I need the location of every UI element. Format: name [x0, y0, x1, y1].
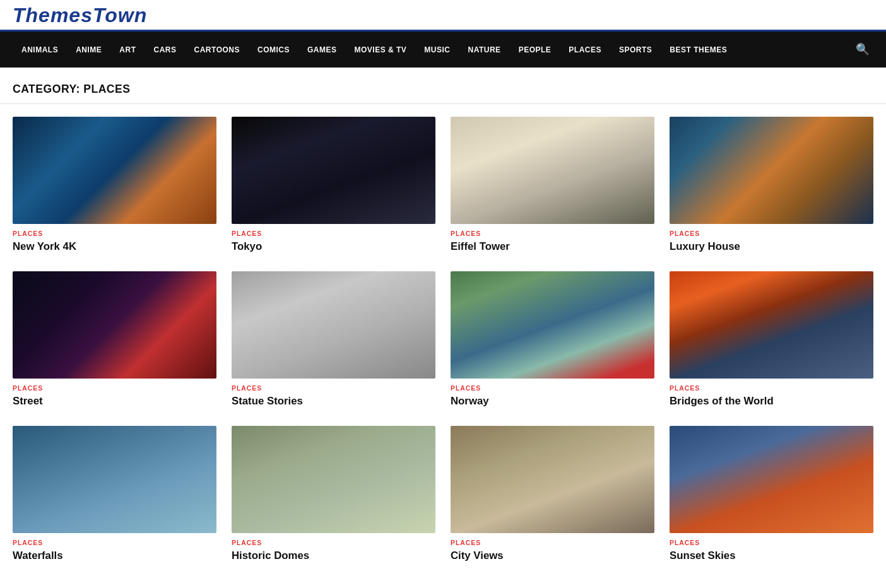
- card-title-luxury: Luxury House: [670, 240, 873, 254]
- nav-item-sports[interactable]: SPORTS: [610, 34, 661, 66]
- card-category-eiffel: PLACES: [451, 230, 654, 237]
- card-title-bridges: Bridges of the World: [670, 394, 873, 408]
- nav-item-movies---tv[interactable]: MOVIES & TV: [346, 34, 416, 66]
- card-title-dome: Historic Domes: [232, 549, 435, 563]
- card-image-bridges: [670, 271, 873, 379]
- card-title-ny: New York 4K: [13, 240, 216, 254]
- card-title-street: Street: [13, 394, 216, 408]
- card-sunset[interactable]: PLACESSunset Skies: [670, 426, 873, 563]
- top-bar: ThemesTown: [0, 0, 886, 32]
- card-category-ny: PLACES: [13, 230, 216, 237]
- card-category-dome: PLACES: [232, 539, 435, 546]
- card-category-sunset: PLACES: [670, 539, 873, 546]
- nav-item-animals[interactable]: ANIMALS: [13, 34, 67, 66]
- site-logo[interactable]: ThemesTown: [13, 4, 873, 27]
- card-dome[interactable]: PLACESHistoric Domes: [232, 426, 435, 563]
- card-tokyo[interactable]: PLACESTokyo: [232, 117, 435, 254]
- card-title-statue: Statue Stories: [232, 394, 435, 408]
- card-category-tokyo: PLACES: [232, 230, 435, 237]
- card-image-waterfall: [13, 426, 216, 533]
- search-icon[interactable]: 🔍: [852, 32, 873, 68]
- nav-item-nature[interactable]: NATURE: [459, 34, 510, 66]
- card-street[interactable]: PLACESStreet: [13, 271, 216, 408]
- card-image-sunset: [670, 426, 873, 533]
- card-image-dome: [232, 426, 435, 533]
- card-category-cityscape: PLACES: [451, 539, 654, 546]
- card-title-norway: Norway: [451, 394, 654, 408]
- cards-grid: PLACESNew York 4KPLACESTokyoPLACESEiffel…: [0, 117, 886, 581]
- card-bridges[interactable]: PLACESBridges of the World: [670, 271, 873, 408]
- nav-item-people[interactable]: PEOPLE: [510, 34, 560, 66]
- card-image-street: [13, 271, 216, 379]
- card-category-bridges: PLACES: [670, 385, 873, 392]
- card-title-eiffel: Eiffel Tower: [451, 240, 654, 254]
- card-title-tokyo: Tokyo: [232, 240, 435, 254]
- nav-item-comics[interactable]: COMICS: [249, 34, 298, 66]
- card-luxury[interactable]: PLACESLuxury House: [670, 117, 873, 254]
- card-title-sunset: Sunset Skies: [670, 549, 873, 563]
- card-category-statue: PLACES: [232, 385, 435, 392]
- card-category-luxury: PLACES: [670, 230, 873, 237]
- card-image-luxury: [670, 117, 873, 224]
- card-category-street: PLACES: [13, 385, 216, 392]
- card-title-cityscape: City Views: [451, 549, 654, 563]
- card-image-ny: [13, 117, 216, 224]
- nav-item-cartoons[interactable]: CARTOONS: [186, 34, 249, 66]
- card-norway[interactable]: PLACESNorway: [451, 271, 654, 408]
- nav-item-anime[interactable]: ANIME: [67, 34, 110, 66]
- card-waterfall[interactable]: PLACESWaterfalls: [13, 426, 216, 563]
- nav-item-art[interactable]: ART: [110, 34, 145, 66]
- card-cityscape[interactable]: PLACESCity Views: [451, 426, 654, 563]
- card-category-norway: PLACES: [451, 385, 654, 392]
- nav-item-music[interactable]: MUSIC: [415, 34, 459, 66]
- card-image-norway: [451, 271, 654, 379]
- nav-item-best-themes[interactable]: BEST THEMES: [661, 34, 736, 66]
- card-image-eiffel: [451, 117, 654, 224]
- main-nav: ANIMALSANIMEARTCARSCARTOONSCOMICSGAMESMO…: [0, 32, 886, 68]
- card-ny[interactable]: PLACESNew York 4K: [13, 117, 216, 254]
- card-category-waterfall: PLACES: [13, 539, 216, 546]
- card-statue[interactable]: PLACESStatue Stories: [232, 271, 435, 408]
- card-eiffel[interactable]: PLACESEiffel Tower: [451, 117, 654, 254]
- card-title-waterfall: Waterfalls: [13, 549, 216, 563]
- category-title: CATEGORY: PLACES: [0, 68, 886, 104]
- nav-item-cars[interactable]: CARS: [145, 34, 186, 66]
- card-image-cityscape: [451, 426, 654, 533]
- nav-item-places[interactable]: PLACES: [560, 34, 610, 66]
- card-image-tokyo: [232, 117, 435, 224]
- card-image-statue: [232, 271, 435, 379]
- nav-item-games[interactable]: GAMES: [298, 34, 346, 66]
